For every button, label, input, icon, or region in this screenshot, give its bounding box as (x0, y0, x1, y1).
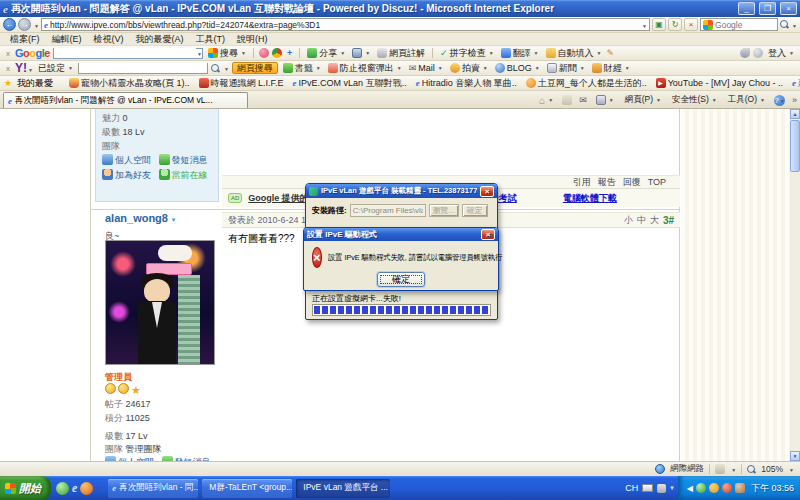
sidewiki-button[interactable]: 網頁註解 (375, 47, 427, 60)
yahoo-bookmarks-button[interactable]: 書籤 (281, 62, 323, 75)
history-dropdown[interactable] (33, 20, 39, 30)
quicklaunch-overflow-chevron[interactable] (96, 483, 101, 493)
safety-menu-button[interactable]: 安全性(S) (670, 94, 719, 106)
hide-icons-chevron[interactable]: ◀ (687, 484, 693, 493)
autofill-button[interactable]: 自動填入 (544, 47, 604, 60)
google-search-button[interactable]: 搜尋 (206, 47, 248, 60)
yahoo-search-input[interactable] (79, 63, 207, 73)
floor-number[interactable]: 3# (663, 215, 674, 226)
protected-mode-dropdown[interactable] (730, 464, 736, 474)
google-toolbar-search-input[interactable] (54, 48, 196, 58)
favorite-tudou[interactable]: 土豆网_每个人都是生活的.. (524, 77, 649, 90)
yahoo-toolbar-close-icon[interactable]: x (4, 64, 12, 73)
menu-favorites[interactable]: 我的最愛(A) (130, 33, 190, 46)
font-size-medium[interactable]: 中 (637, 214, 646, 227)
yahoo-popup-blocker-button[interactable]: 防止視窗彈出 (326, 62, 404, 75)
yahoo-search-dropdown[interactable] (223, 63, 229, 73)
active-tab[interactable]: e 再次開唔到vlan - 問題解答 @ vLan - IPvE.COM vL.… (3, 92, 248, 108)
yahoo-finance-button[interactable]: 財經 (590, 62, 632, 75)
installer-close-button[interactable]: × (480, 186, 494, 197)
address-dropdown[interactable] (641, 20, 647, 30)
media-quicklaunch-icon[interactable] (80, 482, 93, 495)
yahoo-magnifier-icon[interactable] (211, 64, 220, 73)
monitor-button[interactable] (350, 48, 372, 58)
favorites-star-icon[interactable] (4, 78, 12, 88)
magnifier-icon[interactable] (780, 20, 789, 29)
scroll-up-button[interactable]: ▲ (790, 109, 800, 119)
zoom-level[interactable]: 105% (761, 464, 783, 474)
installer-ok-button[interactable]: 確定 (462, 204, 488, 217)
yahoo-settings-button[interactable]: 已設定 (36, 62, 75, 75)
feeds-icon[interactable] (562, 95, 572, 105)
tools-menu-button[interactable]: 工具(O) (726, 94, 767, 106)
quote-link[interactable]: 引用 (573, 176, 591, 189)
menu-file[interactable]: 檔案(F) (4, 33, 46, 46)
favorites-label[interactable]: 我的最愛 (17, 77, 53, 90)
maximize-button[interactable]: ❐ (759, 2, 776, 15)
favorite-ipve[interactable]: eIPvE.COM vLan 互聯對戰.. (291, 77, 409, 90)
taskbar-task-ie[interactable]: e 再次開唔到vlan - 問... (108, 479, 198, 498)
search-dropdown[interactable] (791, 20, 797, 30)
page-menu-button[interactable]: 網頁(P) (623, 94, 663, 106)
reply-link[interactable]: 回復 (623, 176, 641, 189)
favorite-pokemon[interactable]: 寵物小精靈水晶攻略(頁 1).. (67, 77, 192, 90)
favorite-life[interactable]: 時報通識網 L.I.F.E (197, 77, 286, 90)
spellcheck-button[interactable]: ✓拼字檢查 (438, 47, 496, 60)
google-toolbar-search-box[interactable] (53, 48, 203, 59)
home-button[interactable] (537, 95, 555, 106)
username-link[interactable]: alan_wong8 (105, 212, 168, 224)
menu-help[interactable]: 說明(H) (231, 33, 274, 46)
add-friend-link[interactable]: 加為好友 (115, 170, 151, 180)
language-bar[interactable]: CH ▾ (621, 483, 678, 493)
close-button[interactable]: × (780, 2, 797, 15)
messenger-tray-icon[interactable] (696, 483, 706, 493)
top-link[interactable]: TOP (648, 177, 666, 187)
google-search-history-dropdown[interactable] (196, 48, 202, 58)
antivirus-tray-icon[interactable] (722, 483, 732, 493)
add-gadget-button[interactable]: + (285, 48, 294, 58)
menu-tools[interactable]: 工具(T) (190, 33, 232, 46)
error-dialog-close-button[interactable]: × (481, 229, 495, 240)
yahoo-mail-button[interactable]: Mail (407, 63, 445, 73)
pencil-icon[interactable]: ✎ (606, 48, 614, 58)
stop-button[interactable]: × (684, 18, 698, 31)
search-box[interactable] (700, 18, 778, 31)
scrollbar-thumb[interactable] (790, 120, 800, 172)
keyboard-icon[interactable] (642, 484, 653, 492)
translate-button[interactable]: 翻譯 (499, 47, 541, 60)
url-input[interactable] (50, 20, 639, 30)
yahoo-news-button[interactable]: 新聞 (545, 62, 587, 75)
menu-view[interactable]: 檢視(V) (88, 33, 130, 46)
help-icon[interactable]: ? (774, 95, 785, 106)
orkut-icon[interactable] (272, 48, 282, 58)
vertical-scrollbar[interactable]: ▲ ▼ (790, 109, 800, 461)
scroll-down-button[interactable]: ▼ (790, 451, 800, 461)
volume-tray-icon[interactable] (735, 483, 745, 493)
google-toolbar-close-icon[interactable]: x (4, 49, 12, 58)
share-button[interactable]: 分享 (305, 47, 347, 60)
address-field[interactable]: e (41, 18, 650, 31)
send-message-link[interactable]: 發短消息 (175, 457, 211, 461)
update-tray-icon[interactable] (709, 483, 719, 493)
refresh-button[interactable]: ↻ (668, 18, 682, 31)
print-button[interactable] (594, 95, 616, 105)
error-ok-button[interactable]: 確定 (377, 272, 425, 287)
bookmark-icon[interactable] (259, 48, 269, 58)
command-overflow-chevron[interactable] (792, 95, 797, 105)
ie-quicklaunch-icon[interactable]: e (72, 481, 77, 496)
compatibility-view-button[interactable]: ▣ (652, 18, 666, 31)
search-input[interactable] (715, 20, 775, 30)
read-mail-icon[interactable] (579, 95, 587, 105)
browse-button[interactable]: 瀏覽... (429, 204, 459, 217)
personal-space-link[interactable]: 個人空間 (118, 457, 154, 461)
font-size-small[interactable]: 小 (624, 214, 633, 227)
font-size-large[interactable]: 大 (650, 214, 659, 227)
minimize-button[interactable]: _ (738, 2, 755, 15)
send-message-link[interactable]: 發短消息 (172, 155, 208, 165)
taskbar-task-ipve[interactable]: IPvE vLan 遊戲平台 ... (296, 479, 390, 498)
back-button[interactable]: ← (3, 18, 16, 31)
wrench-icon[interactable] (740, 48, 750, 58)
favorite-youtube[interactable]: ▶YouTube - [MV] Jay Chou - .. (654, 78, 785, 88)
personal-space-link[interactable]: 個人空間 (115, 155, 151, 165)
menu-edit[interactable]: 編輯(E) (46, 33, 88, 46)
